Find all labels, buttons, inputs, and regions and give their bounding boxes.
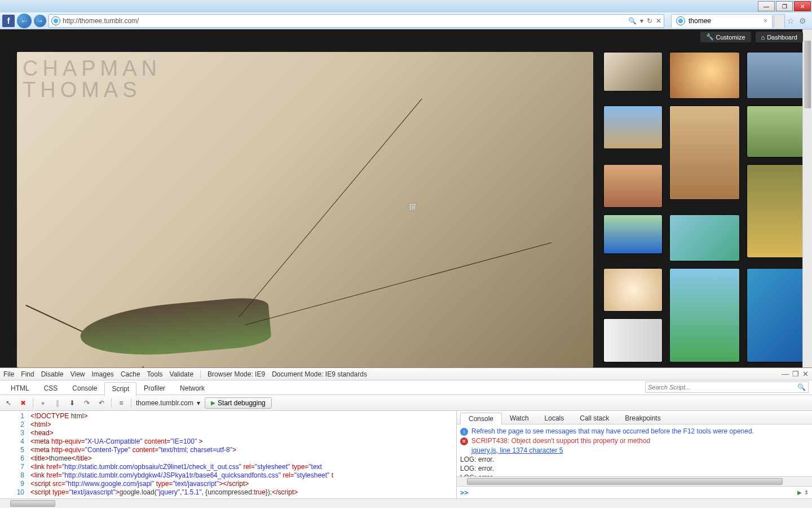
console-panel: Console Watch Locals Call stack Breakpoi… bbox=[457, 411, 812, 498]
tab-profiler[interactable]: Profiler bbox=[136, 382, 173, 395]
start-debugging-button[interactable]: ▶ Start debugging bbox=[205, 397, 272, 409]
tab-css[interactable]: CSS bbox=[37, 382, 65, 395]
search-icon[interactable]: 🔍 bbox=[797, 383, 806, 391]
console-hscrollbar[interactable] bbox=[457, 476, 812, 486]
url-input[interactable] bbox=[63, 17, 626, 25]
console-info-line: i Refresh the page to see messages that … bbox=[460, 427, 809, 436]
forward-button[interactable]: → bbox=[34, 15, 46, 27]
stop-icon[interactable]: ✕ bbox=[656, 17, 661, 25]
menu-validate[interactable]: Validate bbox=[170, 370, 193, 378]
error-icon: ✕ bbox=[460, 437, 468, 445]
thumbnail[interactable] bbox=[669, 214, 740, 261]
document-mode[interactable]: Document Mode: IE9 standards bbox=[272, 370, 367, 378]
back-button[interactable]: ← bbox=[17, 14, 32, 28]
menu-cache[interactable]: Cache bbox=[121, 370, 140, 378]
console-error-link[interactable]: jquery.js, line 1374 character 5 bbox=[460, 446, 809, 455]
devtools-minimize-icon[interactable]: — bbox=[782, 370, 789, 378]
scrollbar-thumb[interactable] bbox=[467, 478, 783, 485]
hero-watermark: CHAPMAN THOMAS bbox=[23, 58, 161, 100]
dashboard-button[interactable]: ⌂ Dashboard bbox=[756, 32, 803, 42]
thumbnail[interactable] bbox=[603, 164, 663, 208]
browser-mode[interactable]: Browser Mode: IE9 bbox=[208, 370, 265, 378]
refresh-icon[interactable]: ↻ bbox=[647, 17, 652, 25]
clear-icon[interactable]: ✖ bbox=[18, 398, 28, 408]
address-bar[interactable]: 🔍 ▾ ↻ ✕ bbox=[48, 14, 664, 28]
source-panel: 1 2 3 4 5 6 7 8 9 10 <!DOCTYPE html> <ht… bbox=[0, 411, 457, 498]
break-icon[interactable]: ‖ bbox=[52, 398, 63, 408]
console-output[interactable]: i Refresh the page to see messages that … bbox=[457, 424, 812, 476]
tab-script[interactable]: Script bbox=[104, 382, 136, 395]
dropdown-icon[interactable]: ▾ bbox=[640, 17, 643, 25]
thumbnail[interactable] bbox=[669, 268, 740, 362]
step-over-icon[interactable]: ↷ bbox=[82, 398, 92, 408]
rtab-console[interactable]: Console bbox=[460, 413, 502, 424]
devtools-undock-icon[interactable]: ❐ bbox=[792, 370, 799, 378]
devtools-body: 1 2 3 4 5 6 7 8 9 10 <!DOCTYPE html> <ht… bbox=[0, 411, 812, 498]
search-icon[interactable]: 🔍 bbox=[628, 17, 637, 25]
console-error-line: ✕ SCRIPT438: Object doesn't support this… bbox=[460, 436, 809, 446]
thumbnail[interactable] bbox=[603, 268, 663, 312]
menu-file[interactable]: File bbox=[3, 370, 14, 378]
thumbnail[interactable] bbox=[603, 106, 663, 149]
rtab-breakpoints[interactable]: Breakpoints bbox=[617, 413, 668, 424]
minimize-button[interactable]: — bbox=[758, 1, 775, 11]
scrollbar-thumb[interactable] bbox=[804, 41, 811, 108]
rtab-locals[interactable]: Locals bbox=[537, 413, 572, 424]
page-scrollbar[interactable] bbox=[802, 29, 812, 367]
tab-close-icon[interactable]: × bbox=[764, 17, 767, 25]
hero-image[interactable]: CHAPMAN THOMAS bbox=[17, 52, 593, 367]
devtools-close-icon[interactable]: ✕ bbox=[802, 370, 809, 378]
menu-disable[interactable]: Disable bbox=[41, 370, 64, 378]
menu-images[interactable]: Images bbox=[92, 370, 114, 378]
rtab-watch[interactable]: Watch bbox=[502, 413, 537, 424]
tab-console[interactable]: Console bbox=[65, 382, 104, 395]
devtools-window-controls: — ❐ ✕ bbox=[782, 370, 809, 378]
console-log-line: LOG: error. bbox=[460, 464, 809, 473]
format-icon[interactable]: ≡ bbox=[116, 398, 126, 408]
close-button[interactable]: ✕ bbox=[794, 1, 811, 11]
browser-navbar: f ← → 🔍 ▾ ↻ ✕ thomee × ☆ ⚙ bbox=[0, 12, 812, 29]
devtools-tabs: HTML CSS Console Script Profiler Network… bbox=[0, 380, 812, 395]
maximize-button[interactable]: ❐ bbox=[776, 1, 793, 11]
tab-network[interactable]: Network bbox=[173, 382, 212, 395]
scrollbar-thumb[interactable] bbox=[10, 500, 55, 507]
search-input[interactable] bbox=[648, 384, 797, 391]
ie-icon bbox=[51, 16, 60, 25]
menu-separator bbox=[200, 370, 201, 378]
file-selector[interactable]: thomee.tumblr.com ▾ bbox=[136, 399, 200, 407]
console-input[interactable] bbox=[471, 488, 794, 497]
select-element-icon[interactable]: ↖ bbox=[3, 398, 14, 408]
rtab-callstack[interactable]: Call stack bbox=[572, 413, 617, 424]
ie-favicon-icon bbox=[676, 16, 685, 25]
source-code[interactable]: <!DOCTYPE html> <html> <head> <meta http… bbox=[28, 411, 456, 498]
thumbnail[interactable] bbox=[603, 214, 663, 254]
step-icon[interactable]: ⬇ bbox=[67, 398, 77, 408]
favorites-icon[interactable]: ☆ bbox=[787, 16, 795, 25]
menu-tools[interactable]: Tools bbox=[147, 370, 163, 378]
browser-tabs: thomee × bbox=[671, 14, 785, 28]
tab-html[interactable]: HTML bbox=[3, 382, 37, 395]
menu-view[interactable]: View bbox=[70, 370, 85, 378]
facebook-icon[interactable]: f bbox=[2, 15, 15, 27]
new-tab-button[interactable] bbox=[774, 14, 785, 28]
wrench-icon: 🔧 bbox=[706, 33, 714, 41]
home-icon: ⌂ bbox=[761, 34, 765, 41]
step-out-icon[interactable]: ↶ bbox=[96, 398, 107, 408]
navbar-right: ☆ ⚙ bbox=[787, 16, 810, 25]
source-hscrollbar[interactable] bbox=[0, 498, 812, 508]
window-titlebar: — ❐ ✕ bbox=[0, 0, 812, 12]
customize-button[interactable]: 🔧 Customize bbox=[700, 32, 751, 42]
thumbnail[interactable] bbox=[603, 52, 663, 91]
settings-icon[interactable]: ⚙ bbox=[799, 16, 806, 25]
run-icon[interactable]: ▶ bbox=[797, 489, 802, 496]
devtools-search[interactable]: 🔍 bbox=[645, 382, 809, 393]
menu-find[interactable]: Find bbox=[21, 370, 34, 378]
console-input-row: >> ▶ ⇕ bbox=[457, 486, 812, 498]
pause-icon[interactable]: ● bbox=[38, 398, 48, 408]
thumbnail[interactable] bbox=[669, 106, 740, 199]
thumbnail[interactable] bbox=[669, 52, 740, 99]
multiline-icon[interactable]: ⇕ bbox=[804, 489, 809, 496]
browser-tab[interactable]: thomee × bbox=[671, 14, 773, 28]
thumbnail[interactable] bbox=[603, 318, 663, 362]
console-tabs: Console Watch Locals Call stack Breakpoi… bbox=[457, 411, 812, 424]
